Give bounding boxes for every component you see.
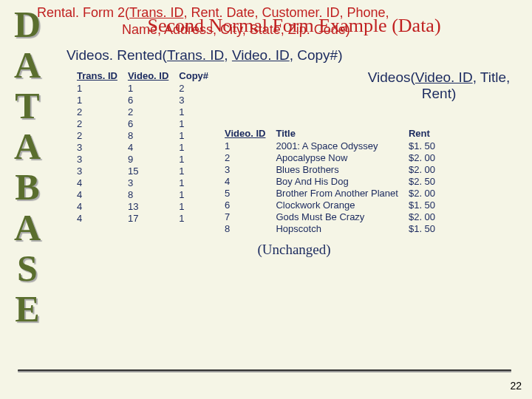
table-row: 4Boy And His Dog$2. 50: [223, 175, 444, 187]
table-cell: 1: [223, 140, 274, 151]
table-cell: $1. 50: [407, 140, 444, 151]
database-acronym-sidebar: DATABASE: [4, 4, 50, 330]
table-cell: 7: [223, 211, 274, 222]
table-cell: $2. 00: [407, 211, 444, 222]
table-row: 3151: [75, 165, 217, 177]
table-cell: Blues Brothers: [274, 163, 406, 175]
schema-videos: Videos(Video. ID, Title, Rent): [355, 69, 523, 102]
table-cell: 1: [75, 82, 126, 94]
table-cell: 3: [75, 141, 126, 153]
table-row: 341: [75, 141, 217, 153]
table-row: 163: [75, 94, 217, 106]
table-cell: $1. 50: [407, 222, 444, 234]
table-row: 7Gods Must Be Crazy$2. 00: [223, 211, 444, 222]
table-cell: 6: [223, 199, 274, 211]
table-cell: 8: [126, 188, 177, 200]
table-cell: 1: [177, 153, 217, 165]
schema-videos-rented: Videos. Rented(Trans. ID, Video. ID, Cop…: [66, 47, 523, 64]
table-cell: 2: [177, 82, 217, 94]
column-header: Title: [274, 127, 406, 140]
table-cell: 8: [126, 129, 177, 141]
table-row: 112: [75, 82, 217, 94]
table-row: 4171: [75, 212, 217, 224]
table-cell: 2: [75, 106, 126, 117]
column-header: Video. ID: [126, 69, 177, 82]
table-cell: 4: [75, 177, 126, 188]
table-cell: 2: [75, 129, 126, 141]
table-cell: $2. 50: [407, 175, 444, 187]
table-cell: 5: [223, 187, 274, 199]
table-row: 5Brother From Another Planet$2. 00: [223, 187, 444, 199]
table-cell: 3: [75, 165, 126, 177]
table-cell: 1: [177, 129, 217, 141]
table-cell: 9: [126, 153, 177, 165]
table-row: 221: [75, 106, 217, 117]
table-row: 281: [75, 129, 217, 141]
table-cell: Hopscotch: [274, 222, 406, 234]
table-cell: 3: [177, 94, 217, 106]
unchanged-note: (Unchanged): [65, 242, 523, 258]
table-cell: Clockwork Orange: [274, 199, 406, 211]
table-cell: 2001: A Space Odyssey: [274, 140, 406, 151]
table-cell: 4: [126, 141, 177, 153]
table-cell: 1: [177, 106, 217, 117]
table-cell: Apocalypse Now: [274, 151, 406, 163]
table-cell: 2: [75, 117, 126, 129]
table-cell: Gods Must Be Crazy: [274, 211, 406, 222]
page-number: 22: [510, 380, 522, 392]
table-cell: 1: [177, 117, 217, 129]
table-cell: $2. 00: [407, 187, 444, 199]
table-row: 6Clockwork Orange$1. 50: [223, 199, 444, 211]
sidebar-letter: E: [4, 289, 50, 330]
sidebar-letter: S: [4, 248, 50, 289]
table-row: 481: [75, 188, 217, 200]
table-row: 3Blues Brothers$2. 00: [223, 163, 444, 175]
table-cell: 1: [177, 165, 217, 177]
column-header: Trans. ID: [75, 69, 126, 82]
table-row: 2Apocalypse Now$2. 00: [223, 151, 444, 163]
table-row: 12001: A Space Odyssey$1. 50: [223, 140, 444, 151]
sidebar-letter: D: [4, 4, 50, 45]
table-cell: 1: [177, 188, 217, 200]
table-cell: 3: [75, 153, 126, 165]
videos-rented-table: Trans. IDVideo. IDCopy#11216322126128134…: [75, 69, 217, 224]
table-row: 261: [75, 117, 217, 129]
table-cell: 4: [75, 188, 126, 200]
table-cell: 3: [126, 177, 177, 188]
sidebar-letter: A: [4, 45, 50, 86]
slide-title: Second Normal Form Example (Data): [65, 15, 523, 37]
table-row: 8Hopscotch$1. 50: [223, 222, 444, 234]
column-header: Rent: [407, 127, 444, 140]
table-cell: 17: [126, 212, 177, 224]
videos-table: Video. IDTitleRent12001: A Space Odyssey…: [223, 127, 444, 234]
table-cell: $2. 00: [407, 151, 444, 163]
table-cell: 1: [177, 141, 217, 153]
table-cell: 8: [223, 222, 274, 234]
table-cell: $1. 50: [407, 199, 444, 211]
table-cell: 1: [177, 177, 217, 188]
table-cell: 2: [126, 106, 177, 117]
table-cell: 4: [75, 212, 126, 224]
table-cell: Boy And His Dog: [274, 175, 406, 187]
table-cell: 1: [177, 212, 217, 224]
bottom-rule: [18, 369, 511, 372]
column-header: Copy#: [177, 69, 217, 82]
table-cell: 4: [223, 175, 274, 187]
column-header: Video. ID: [223, 127, 274, 140]
table-row: 4131: [75, 200, 217, 212]
table-cell: 3: [223, 163, 274, 175]
table-cell: 15: [126, 165, 177, 177]
table-cell: 6: [126, 117, 177, 129]
sidebar-letter: A: [4, 126, 50, 167]
table-cell: 2: [223, 151, 274, 163]
table-cell: 1: [177, 200, 217, 212]
sidebar-letter: B: [4, 167, 50, 208]
sidebar-letter: T: [4, 86, 50, 126]
table-cell: 4: [75, 200, 126, 212]
table-cell: 13: [126, 200, 177, 212]
table-cell: 1: [75, 94, 126, 106]
table-row: 431: [75, 177, 217, 188]
sidebar-letter: A: [4, 208, 50, 248]
table-cell: 1: [126, 82, 177, 94]
table-cell: Brother From Another Planet: [274, 187, 406, 199]
